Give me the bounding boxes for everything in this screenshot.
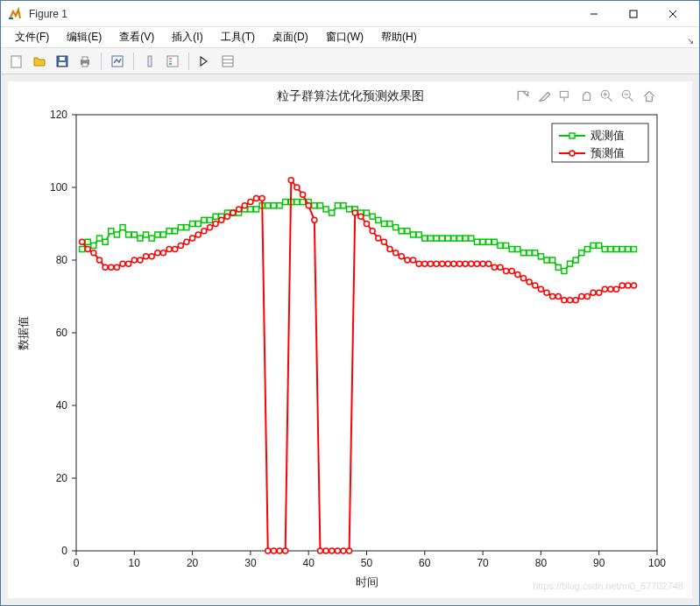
svg-point-246	[555, 294, 561, 299]
link-plot-button[interactable]	[107, 51, 128, 72]
svg-rect-79	[144, 232, 149, 237]
matlab-icon	[8, 7, 22, 21]
svg-rect-9	[82, 57, 88, 60]
edit-plot-button[interactable]	[194, 51, 216, 72]
svg-point-190	[230, 210, 236, 215]
menu-desktop[interactable]: 桌面(D)	[265, 28, 315, 46]
figure-canvas[interactable]: 粒子群算法优化预测效果图 010203040506070809010002040…	[8, 81, 692, 598]
svg-point-222	[416, 261, 421, 266]
minimize-button[interactable]	[574, 2, 613, 26]
svg-rect-142	[509, 247, 514, 252]
svg-point-244	[544, 290, 549, 295]
svg-rect-110	[323, 207, 329, 212]
svg-point-255	[608, 286, 613, 292]
svg-rect-72	[103, 239, 108, 244]
svg-point-182	[184, 239, 189, 244]
svg-rect-128	[428, 236, 433, 241]
svg-point-228	[451, 261, 456, 266]
maximize-button[interactable]	[613, 2, 653, 26]
menu-help[interactable]: 帮助(H)	[374, 28, 424, 46]
svg-text:10: 10	[129, 557, 141, 569]
svg-rect-108	[312, 203, 317, 208]
plot-area[interactable]: 0102030405060708090100020406080100120时间数…	[8, 81, 692, 598]
svg-rect-90	[207, 217, 212, 222]
svg-point-218	[393, 250, 399, 256]
svg-rect-10	[82, 63, 88, 67]
svg-point-235	[491, 264, 497, 270]
svg-rect-127	[422, 236, 428, 241]
svg-rect-74	[114, 232, 119, 237]
svg-point-165	[85, 247, 90, 252]
svg-rect-160	[614, 247, 619, 252]
svg-point-212	[358, 214, 364, 219]
svg-rect-154	[579, 250, 584, 256]
svg-rect-81	[155, 232, 160, 237]
svg-point-250	[579, 294, 584, 299]
svg-rect-12	[148, 56, 152, 67]
menu-tools[interactable]: 工具(T)	[214, 28, 262, 46]
svg-point-265	[569, 151, 575, 156]
print-button[interactable]	[74, 51, 95, 72]
svg-point-214	[370, 229, 375, 234]
svg-point-200	[288, 178, 293, 183]
svg-point-171	[120, 261, 125, 266]
menu-corner-icon[interactable]: ↘	[687, 36, 694, 46]
svg-text:数据值: 数据值	[17, 316, 30, 350]
menu-file[interactable]: 文件(F)	[8, 28, 56, 46]
svg-rect-262	[569, 133, 575, 138]
svg-rect-117	[364, 210, 370, 215]
svg-rect-139	[491, 239, 497, 244]
svg-point-167	[97, 257, 103, 263]
svg-text:观测值: 观测值	[590, 129, 625, 142]
open-button[interactable]	[29, 51, 50, 72]
svg-point-197	[271, 548, 276, 553]
svg-point-203	[306, 203, 311, 208]
svg-point-229	[457, 261, 463, 266]
new-figure-button[interactable]	[6, 51, 27, 72]
svg-rect-163	[631, 247, 636, 252]
menu-insert[interactable]: 插入(I)	[165, 28, 209, 46]
svg-point-168	[103, 264, 108, 270]
svg-point-207	[329, 548, 335, 553]
svg-point-174	[138, 257, 143, 263]
svg-text:100: 100	[648, 557, 666, 569]
svg-point-177	[155, 250, 160, 256]
svg-rect-120	[381, 222, 386, 227]
svg-rect-161	[619, 247, 625, 252]
menubar: 文件(F) 编辑(E) 查看(V) 插入(I) 工具(T) 桌面(D) 窗口(W…	[1, 27, 699, 48]
svg-text:60: 60	[56, 327, 68, 339]
svg-point-232	[474, 261, 479, 266]
svg-rect-125	[411, 232, 416, 237]
open-property-inspector-button[interactable]	[217, 51, 238, 72]
svg-rect-88	[195, 222, 201, 227]
svg-rect-156	[590, 243, 596, 248]
svg-point-226	[440, 261, 445, 266]
svg-point-185	[202, 229, 207, 234]
svg-point-257	[619, 283, 625, 288]
insert-colorbar-button[interactable]	[139, 51, 160, 72]
svg-text:0: 0	[61, 545, 67, 557]
menu-edit[interactable]: 编辑(E)	[60, 28, 109, 46]
svg-point-233	[480, 261, 485, 266]
insert-legend-button[interactable]	[162, 51, 183, 72]
svg-rect-29	[76, 115, 657, 551]
menu-window[interactable]: 窗口(W)	[319, 28, 371, 46]
svg-point-248	[568, 298, 573, 303]
menu-view[interactable]: 查看(V)	[112, 28, 161, 46]
save-button[interactable]	[52, 51, 73, 72]
svg-point-188	[219, 217, 224, 222]
svg-rect-80	[149, 236, 154, 241]
svg-rect-97	[248, 207, 253, 212]
svg-point-208	[335, 548, 340, 553]
svg-rect-159	[608, 247, 613, 252]
svg-text:80: 80	[56, 254, 68, 266]
svg-text:100: 100	[50, 181, 67, 194]
svg-rect-84	[173, 229, 178, 234]
svg-point-227	[445, 261, 450, 266]
svg-rect-103	[283, 200, 288, 205]
svg-point-189	[224, 214, 230, 219]
svg-point-198	[277, 548, 282, 553]
close-button[interactable]	[653, 2, 692, 26]
svg-point-241	[527, 279, 532, 285]
svg-rect-162	[626, 247, 631, 252]
